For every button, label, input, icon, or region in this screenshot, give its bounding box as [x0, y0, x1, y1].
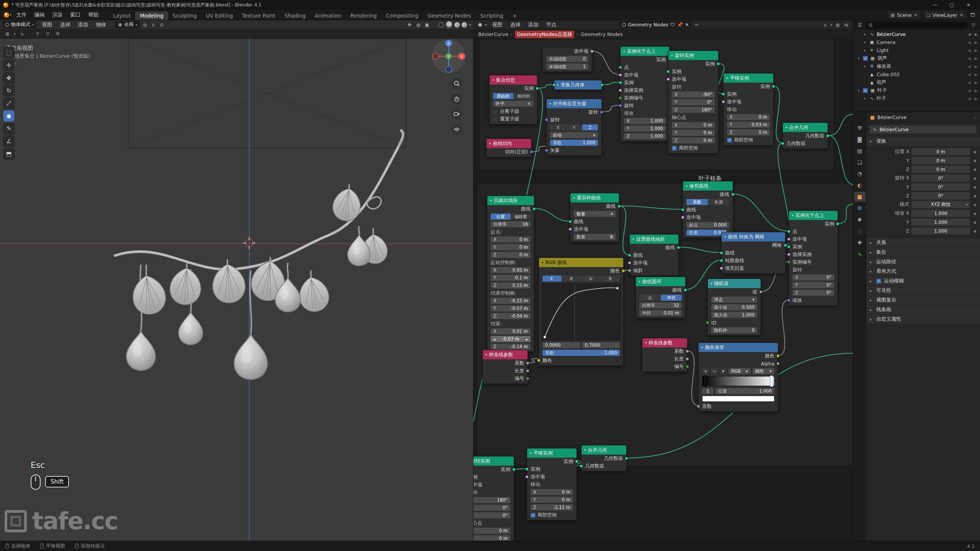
option-G[interactable]: G: [581, 276, 601, 282]
collapse-icon[interactable]: ▾: [584, 448, 586, 452]
rotate-tool[interactable]: ↻: [3, 85, 15, 96]
collapse-icon[interactable]: ▾: [671, 54, 673, 57]
socket[interactable]: [526, 377, 529, 380]
menu-帮助[interactable]: 帮助: [85, 10, 103, 20]
socket[interactable]: [530, 150, 533, 154]
shield-icon[interactable]: ⛨: [54, 31, 61, 37]
socket[interactable]: [772, 85, 775, 88]
option-C[interactable]: C: [542, 276, 562, 282]
node-header[interactable]: ▾旋转实例: [474, 456, 514, 466]
socket[interactable]: [575, 460, 578, 463]
editor-type-icon[interactable]: ⬢: [477, 21, 483, 28]
node-8-合并几何[interactable]: ▾合并几何几何数据几何数据: [782, 122, 828, 149]
blender-menu-icon[interactable]: [4, 12, 9, 18]
select-toggle-icon[interactable]: ◉: [974, 89, 977, 93]
axis-value-field[interactable]: X180°: [474, 497, 510, 503]
node-header[interactable]: ▾平移实例: [724, 73, 773, 83]
socket[interactable]: [722, 93, 725, 96]
node-header[interactable]: ▾集合信息: [490, 75, 537, 85]
node-menu-选择[interactable]: 选择: [506, 20, 524, 29]
tab-tool[interactable]: ⚒: [854, 123, 866, 133]
workspace-tab-Sculpting[interactable]: Sculpting: [168, 11, 201, 20]
breadcrumb-item-0[interactable]: BézierCurve: [478, 31, 508, 37]
stepper-left-icon[interactable]: ◂: [493, 337, 495, 341]
socket[interactable]: [554, 83, 556, 87]
value-field[interactable]: 先端锚数0: [546, 56, 588, 62]
auto-offset-icon[interactable]: ⇆: [843, 21, 850, 28]
axis-value-field[interactable]: Y-0.1 m: [491, 275, 531, 281]
panel-运动路径[interactable]: ▸运动路径: [866, 257, 980, 266]
socket[interactable]: [706, 321, 709, 324]
socket[interactable]: [619, 96, 622, 100]
axis-value-field[interactable]: X0°: [792, 274, 834, 280]
collapse-icon[interactable]: ▾: [701, 346, 703, 349]
option-系数[interactable]: 系数: [686, 199, 708, 205]
socket[interactable]: [787, 299, 791, 302]
geometry-node-editor[interactable]: 叶子叶子枝条选中项先端锚数0末端锚数1▾集合信息实例原始的相对的叶子✕分离子级重…: [474, 20, 853, 541]
ramp-mode-dropdown[interactable]: RGB▾: [728, 368, 751, 374]
collapse-icon[interactable]: ▾: [726, 76, 728, 80]
axis-value-field[interactable]: Z0.15 m: [491, 282, 531, 289]
socket[interactable]: [526, 369, 529, 373]
node-menu-添加[interactable]: 添加: [524, 20, 542, 29]
option-B[interactable]: B: [601, 276, 620, 282]
viewport-menu-选择[interactable]: 选择: [56, 20, 74, 29]
tab-object[interactable]: ■: [854, 192, 866, 202]
outliner-row-修改器[interactable]: ▾⚙修改器◉◉: [853, 62, 980, 70]
collapse-icon[interactable]: ▾: [492, 78, 494, 82]
socket[interactable]: [536, 87, 539, 90]
transform-tool[interactable]: ◉: [3, 110, 15, 122]
breadcrumb-item-2[interactable]: Geometry Nodes: [581, 31, 623, 37]
socket[interactable]: [545, 118, 548, 122]
ramp-del-button[interactable]: −: [711, 368, 718, 374]
option-相对的[interactable]: 相对的: [514, 93, 534, 99]
collection-checkbox[interactable]: ✓: [863, 56, 868, 61]
axis-value-field[interactable]: Y0°: [672, 99, 715, 105]
socket[interactable]: [686, 365, 689, 368]
socket[interactable]: [619, 104, 622, 108]
filter-funnel-icon[interactable]: ▽: [44, 31, 51, 37]
expand-icon[interactable]: ▾: [862, 49, 867, 52]
option-Y[interactable]: Y: [566, 124, 582, 130]
workspace-tab-Shading[interactable]: Shading: [280, 11, 310, 20]
node-17-样条线参数[interactable]: ▾样条线参数系数长度编号: [482, 350, 528, 384]
animate-dot-icon[interactable]: ●: [972, 150, 978, 154]
socket[interactable]: [525, 468, 529, 471]
tab-physics[interactable]: ◌: [854, 226, 866, 236]
axis-value-field[interactable]: Z0°: [792, 290, 834, 296]
node-19-实例化于点上[interactable]: ▾实例化于点上实例点选中项实例选择实例实例编号旋转X0°Y0°Z0°缩放: [789, 210, 838, 306]
panel-视图显示[interactable]: ▸视图显示: [866, 295, 980, 305]
object-name-field[interactable]: ∿ BézierCurve: [870, 126, 977, 134]
ortho-grid-icon[interactable]: [451, 124, 462, 135]
node-6-旋转实例[interactable]: ▾旋转实例实例实例选中项旋转X-90°Y0°Z180°轴心点X0 mY0 mZ0…: [668, 51, 719, 153]
socket[interactable]: [628, 261, 631, 265]
shading-dropdown-icon[interactable]: ▾: [469, 23, 471, 27]
node-5-实例化于点上[interactable]: ▾实例化于点上实例点选中项实例选择实例实例编号旋转缩放X1.000Y1.000Z…: [620, 46, 670, 142]
scene-selector[interactable]: ▦ Scene ✕: [888, 11, 921, 19]
measure-tool[interactable]: ∠: [3, 135, 15, 147]
workspace-tab-Texture Paint[interactable]: Texture Paint: [237, 11, 280, 20]
socket[interactable]: [784, 244, 787, 247]
axis-value-field-hover[interactable]: ◂-0.07 m▸: [491, 336, 531, 342]
tab-view-layer[interactable]: ❏: [854, 157, 866, 167]
socket[interactable]: [580, 465, 583, 468]
collapse-icon[interactable]: ▾: [710, 282, 712, 285]
node-header[interactable]: ▾曲线 转换为 网格: [722, 232, 785, 241]
panel-线条画[interactable]: ▸线条画: [866, 305, 980, 314]
node-header[interactable]: ▾旋转实例: [668, 51, 718, 60]
node-canvas[interactable]: 叶子叶子枝条选中项先端锚数0末端锚数1▾集合信息实例原始的相对的叶子✕分离子级重…: [474, 20, 853, 541]
axis-value-field[interactable]: X0.05 m: [491, 267, 531, 273]
slider-field[interactable]: 系数1.000: [542, 350, 620, 356]
socket[interactable]: [731, 193, 735, 196]
select-toggle-icon[interactable]: ◉: [974, 49, 977, 52]
unlink-icon[interactable]: ✕: [685, 22, 689, 28]
socket[interactable]: [590, 50, 594, 53]
property-value-field[interactable]: 0 m: [911, 166, 970, 173]
workspace-tab-Scripting[interactable]: Scripting: [476, 11, 508, 20]
socket[interactable]: [568, 220, 572, 223]
ramp-add-button[interactable]: +: [702, 368, 709, 374]
value-field[interactable]: 分辨率16: [491, 221, 531, 227]
node-7-平移实例[interactable]: ▾平移实例实例实例选中项移动X0 mY0.03 mZ0 m✓局部空间: [723, 73, 774, 145]
socket[interactable]: [532, 207, 536, 211]
option-半径[interactable]: 半径: [661, 295, 682, 301]
